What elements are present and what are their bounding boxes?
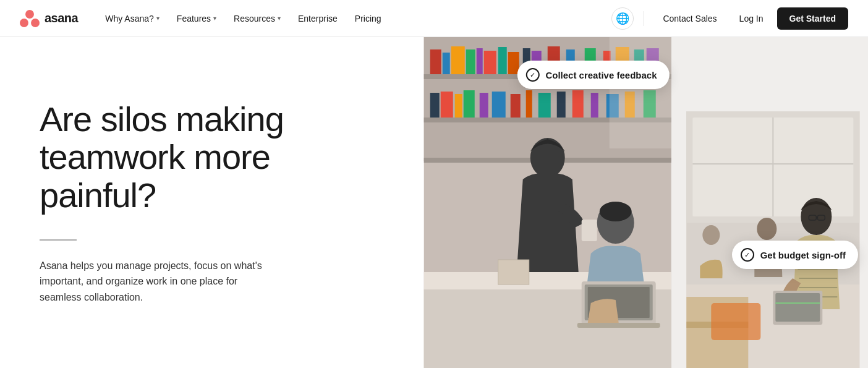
svg-point-1 — [20, 19, 28, 27]
nav-right: 🌐 Contact Sales Log In Get Started — [611, 7, 848, 30]
badge-2-text: Get budget sign-off — [760, 250, 846, 260]
chevron-down-icon: ▾ — [156, 15, 160, 22]
svg-rect-34 — [557, 92, 566, 118]
svg-rect-8 — [430, 49, 441, 74]
check-icon: ✓ — [525, 68, 539, 82]
logo[interactable]: asana — [20, 10, 78, 27]
nav-item-enterprise[interactable]: Enterprise — [291, 9, 345, 28]
hero-right: ✓ Collect creative feedback — [417, 37, 868, 368]
svg-rect-25 — [430, 93, 440, 118]
svg-rect-36 — [591, 93, 598, 118]
svg-rect-35 — [572, 90, 584, 118]
svg-rect-12 — [477, 48, 483, 74]
check-icon-2: ✓ — [741, 248, 754, 262]
nav-item-features[interactable]: Features ▾ — [169, 9, 224, 28]
svg-rect-32 — [526, 90, 532, 118]
login-link[interactable]: Log In — [731, 9, 772, 28]
nav-links: Why Asana? ▾ Features ▾ Resources ▾ Ente… — [98, 9, 611, 28]
svg-rect-9 — [443, 53, 450, 74]
svg-rect-26 — [441, 92, 453, 118]
hero-headline: Are silos making teamwork more painful? — [40, 100, 380, 215]
svg-rect-51 — [610, 37, 671, 148]
svg-rect-28 — [464, 90, 475, 118]
secondary-image-svg — [678, 111, 868, 368]
svg-rect-30 — [492, 92, 506, 118]
svg-rect-43 — [582, 220, 597, 241]
svg-point-2 — [31, 19, 40, 27]
svg-rect-33 — [538, 93, 551, 118]
svg-rect-72 — [776, 293, 820, 322]
chevron-down-icon: ▾ — [278, 15, 281, 22]
logo-text: asana — [45, 11, 78, 25]
svg-rect-29 — [480, 93, 488, 118]
nav-item-resources[interactable]: Resources ▾ — [226, 9, 288, 28]
hero-image-main: ✓ Collect creative feedback — [417, 37, 678, 368]
hero-section: Are silos making teamwork more painful? … — [0, 37, 868, 368]
svg-rect-14 — [498, 47, 507, 74]
hero-left: Are silos making teamwork more painful? … — [0, 37, 417, 368]
nav-item-pricing[interactable]: Pricing — [347, 9, 389, 28]
badge-1-text: Collect creative feedback — [545, 70, 657, 80]
svg-point-60 — [757, 218, 777, 240]
svg-rect-49 — [577, 323, 660, 328]
hero-divider — [40, 239, 77, 241]
svg-point-0 — [25, 10, 34, 19]
svg-rect-27 — [455, 94, 462, 118]
contact-sales-link[interactable]: Contact Sales — [654, 9, 725, 28]
svg-rect-31 — [511, 94, 521, 118]
svg-point-42 — [530, 138, 565, 178]
budget-badge: ✓ Get budget sign-off — [732, 241, 858, 269]
hero-description: Asana helps you manage projects, focus o… — [40, 258, 274, 306]
svg-rect-11 — [466, 49, 475, 74]
svg-rect-76 — [712, 303, 761, 340]
svg-point-59 — [703, 225, 720, 245]
nav-item-why-asana[interactable]: Why Asana? ▾ — [98, 9, 167, 28]
chevron-down-icon: ▾ — [213, 15, 216, 22]
feedback-badge: ✓ Collect creative feedback — [517, 61, 669, 89]
get-started-button[interactable]: Get Started — [777, 7, 848, 30]
navbar: asana Why Asana? ▾ Features ▾ Resources … — [0, 0, 868, 37]
hero-image-secondary: ✓ Get budget sign-off — [678, 111, 868, 368]
svg-rect-50 — [498, 260, 529, 285]
asana-logo-icon — [20, 10, 40, 27]
svg-rect-13 — [484, 51, 496, 74]
nav-divider — [644, 11, 644, 26]
svg-point-45 — [600, 202, 632, 221]
svg-rect-10 — [451, 46, 465, 74]
globe-icon[interactable]: 🌐 — [611, 7, 634, 30]
